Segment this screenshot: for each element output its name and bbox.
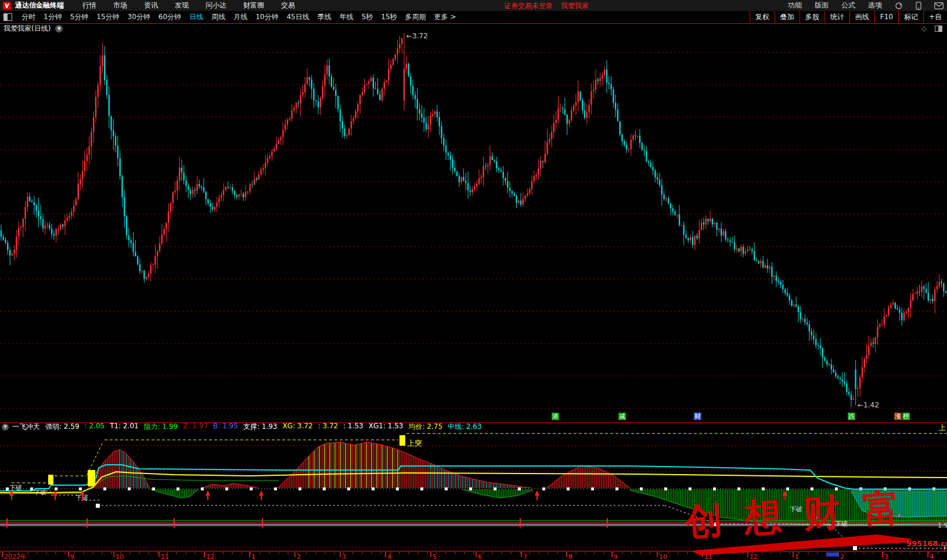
indicator-value: Z: 1.97 — [183, 423, 208, 431]
main-candlestick-chart: ←3.72←1.42 — [0, 33, 947, 422]
svg-text:←3.72: ←3.72 — [406, 33, 428, 40]
period-30分钟[interactable]: 30分钟 — [124, 12, 154, 22]
current-stock-name[interactable]: 我爱我家 — [561, 1, 589, 11]
collapse-icon[interactable]: ▼ — [2, 424, 9, 431]
indicator-value: T1: 2.01 — [110, 423, 139, 431]
period-分时[interactable]: 分时 — [17, 12, 39, 22]
menu-item-功能[interactable]: 功能 — [788, 1, 802, 10]
event-badge-减[interactable]: 减 — [618, 413, 626, 420]
toolbar-button-统计[interactable]: 统计 — [824, 11, 849, 23]
tdx-terminal-window: 通达信金融终端 行情市场资讯发现问小达财富圈交易 证券交易未登录 我爱我家 功能… — [0, 0, 947, 560]
menu-item-选项[interactable]: 选项 — [868, 1, 882, 10]
indicator-value: 均价: 2.75 — [408, 423, 442, 431]
period-多周期[interactable]: 多周期 — [401, 12, 430, 22]
svg-text:9: 9 — [70, 553, 74, 560]
login-alert: 证券交易未登录 我爱我家 — [504, 1, 589, 11]
period-45日线[interactable]: 45日线 — [282, 12, 313, 22]
indicator-header: ▼ 一飞冲天强弱: 2.59: 2.05T1: 2.01阻力: 1.99Z: 1… — [0, 423, 947, 431]
period-60分钟[interactable]: 60分钟 — [154, 12, 185, 22]
svg-text:1: 1 — [795, 553, 799, 560]
indicator-value: 中线: 2.63 — [448, 423, 482, 431]
svg-text:12: 12 — [206, 553, 214, 560]
svg-text:4: 4 — [930, 553, 934, 560]
svg-text:7: 7 — [523, 553, 527, 560]
menu-item-问小达[interactable]: 问小达 — [206, 1, 226, 10]
svg-text:6: 6 — [478, 553, 482, 560]
indicator-value: XG1: 1.53 — [369, 423, 404, 431]
chevron-down-icon[interactable]: ▼ — [55, 25, 63, 32]
period-15分钟[interactable]: 15分钟 — [92, 12, 123, 22]
period-15秒[interactable]: 15秒 — [377, 12, 401, 22]
svg-text:上突: 上突 — [407, 439, 422, 447]
svg-text:1.9: 1.9 — [938, 522, 947, 529]
indicator-value: XG: 3.72 — [282, 423, 312, 431]
event-badge-榜[interactable]: 榜 — [902, 413, 910, 420]
indicator-value: 支撑: 1.93 — [243, 423, 278, 431]
layout-split-icon[interactable] — [3, 13, 12, 21]
svg-text:1: 1 — [251, 553, 255, 560]
svg-text:2022年: 2022年 — [4, 553, 27, 560]
svg-text:10: 10 — [116, 553, 124, 560]
period-5分钟[interactable]: 5分钟 — [66, 12, 93, 22]
menu-item-交易[interactable]: 交易 — [281, 1, 295, 10]
svg-text:下破: 下破 — [34, 489, 46, 496]
phone-icon[interactable] — [916, 2, 921, 10]
svg-text:3: 3 — [884, 553, 888, 560]
menu-item-行情[interactable]: 行情 — [82, 1, 96, 10]
event-badge-财[interactable]: 财 — [694, 413, 701, 420]
toolbar-button-标记[interactable]: 标记 — [898, 11, 923, 23]
svg-text:2: 2 — [297, 553, 301, 560]
period-周线[interactable]: 周线 — [207, 12, 229, 22]
period-季线[interactable]: 季线 — [314, 12, 336, 22]
toolbar-button-画线[interactable]: 画线 — [849, 11, 874, 23]
svg-text:8: 8 — [568, 553, 572, 560]
toolbar-button-F10[interactable]: F10 — [874, 11, 898, 23]
period-5秒[interactable]: 5秒 — [358, 12, 377, 22]
period-月线[interactable]: 月线 — [229, 12, 251, 22]
indicator-value: : 1.53 — [343, 423, 363, 431]
period-toolbar: 分时1分钟5分钟15分钟30分钟60分钟日线周线月线10分钟45日线季线年线5秒… — [0, 11, 947, 24]
event-badge-跌[interactable]: 跌 — [848, 413, 855, 420]
svg-text:下破: 下破 — [9, 484, 22, 492]
svg-text:←1.42: ←1.42 — [858, 401, 879, 409]
menu-item-版面[interactable]: 版面 — [815, 1, 829, 10]
period-10分钟[interactable]: 10分钟 — [251, 12, 282, 22]
event-badge-涨[interactable]: 涨 — [894, 413, 902, 420]
toolbar-button-复权[interactable]: 复权 — [750, 11, 775, 23]
period-日线[interactable]: 日线 — [185, 12, 207, 22]
menu-items: 行情市场资讯发现问小达财富圈交易 — [82, 1, 312, 10]
menu-item-发现[interactable]: 发现 — [175, 1, 189, 10]
toolbar-button-+自[interactable]: +自 — [923, 11, 947, 23]
svg-text:11: 11 — [161, 553, 169, 560]
menu-right-group: 功能版面公式选项 — [788, 0, 944, 11]
event-badge-港[interactable]: 港 — [552, 413, 559, 420]
svg-text:9: 9 — [614, 553, 618, 560]
mail-icon[interactable] — [934, 2, 944, 9]
indicator-value: 阻力: 1.99 — [144, 423, 178, 431]
menu-bar: 通达信金融终端 行情市场资讯发现问小达财富圈交易 证券交易未登录 我爱我家 功能… — [0, 0, 947, 11]
diamond-icon[interactable]: ◇ — [922, 25, 927, 32]
chart-title: 我爱我家(日线) — [3, 24, 51, 34]
period-更多 >[interactable]: 更多 > — [430, 12, 460, 22]
tdx-logo-icon — [3, 2, 11, 10]
menu-item-公式[interactable]: 公式 — [841, 1, 855, 10]
panel-toggle-icon[interactable] — [935, 26, 942, 32]
help-icon[interactable] — [895, 2, 903, 10]
svg-text:995168.cn: 995168.cn — [906, 539, 947, 548]
period-1分钟[interactable]: 1分钟 — [39, 12, 66, 22]
chart-title-bar: 我爱我家(日线) ▼ ◇ — [0, 24, 947, 33]
indicator-panel: 1.9上突下破下破下破下破下破2022年91011121234567891011… — [0, 431, 947, 560]
toolbar-button-多股[interactable]: 多股 — [800, 11, 824, 23]
toolbar-button-叠加[interactable]: 叠加 — [775, 11, 800, 23]
app-title: 通达信金融终端 — [15, 1, 64, 10]
indicator-value: 一飞冲天 — [12, 423, 40, 431]
svg-text:2: 2 — [840, 553, 844, 560]
period-年线[interactable]: 年线 — [336, 12, 358, 22]
menu-item-市场[interactable]: 市场 — [113, 1, 127, 10]
indicator-value: B: 1.95 — [213, 423, 238, 431]
svg-text:3: 3 — [342, 553, 346, 560]
menu-item-财富圈[interactable]: 财富圈 — [243, 1, 264, 10]
menu-item-资讯[interactable]: 资讯 — [144, 1, 158, 10]
indicator-value: : 2.05 — [85, 423, 105, 431]
svg-text:12: 12 — [750, 553, 758, 560]
